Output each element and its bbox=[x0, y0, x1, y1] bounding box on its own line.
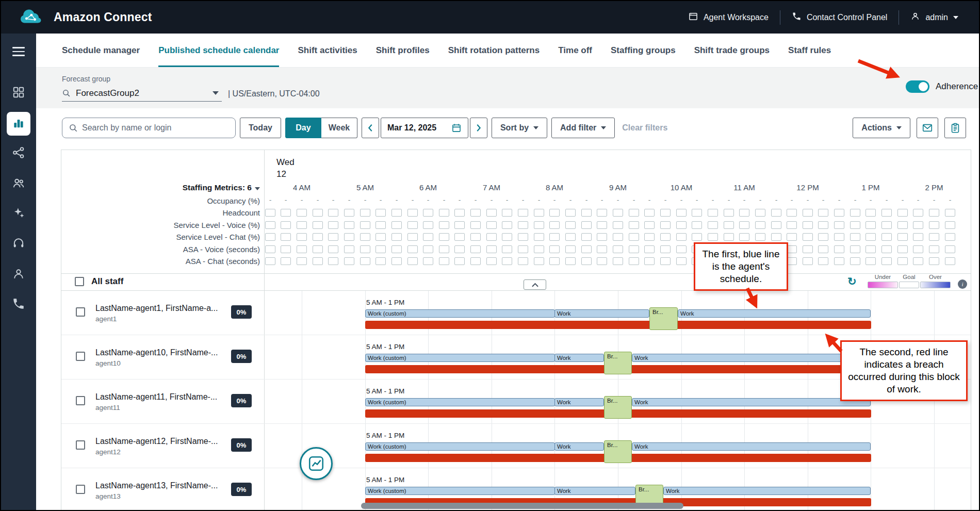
next-day-button[interactable] bbox=[470, 118, 487, 138]
work-segment[interactable]: Work bbox=[554, 442, 604, 451]
work-segment[interactable]: Work (custom) bbox=[365, 487, 555, 495]
actions-dropdown[interactable]: Actions bbox=[853, 118, 910, 138]
schedule-calendar: Wed124 AM5 AM6 AM7 AM8 AM9 AM10 AM11 AM1… bbox=[61, 150, 971, 511]
metric-cell bbox=[897, 233, 908, 241]
sidebar-item-channels[interactable] bbox=[7, 293, 30, 317]
sidebar-item-ai-analytics[interactable] bbox=[7, 202, 30, 226]
work-segment[interactable]: Work (custom) bbox=[365, 309, 555, 318]
break-segment[interactable]: Br... bbox=[649, 307, 678, 330]
forecast-group-select[interactable]: ForecastGroup2 bbox=[62, 85, 222, 102]
collapse-all-button[interactable] bbox=[524, 279, 546, 290]
clipboard-button[interactable] bbox=[944, 118, 966, 138]
refresh-icon[interactable]: ↻ bbox=[847, 276, 859, 288]
tab-shift-trade-groups[interactable]: Shift trade groups bbox=[694, 34, 770, 67]
tab-schedule-manager[interactable]: Schedule manager bbox=[62, 34, 140, 67]
metric-cell bbox=[265, 245, 275, 253]
work-segment[interactable]: Work bbox=[663, 487, 871, 495]
headset-icon bbox=[12, 237, 25, 252]
hour-label: 1 PM bbox=[853, 183, 889, 193]
metric-cell bbox=[454, 233, 465, 241]
agent-row-checkbox[interactable] bbox=[76, 440, 85, 450]
agent-login: agent11 bbox=[95, 404, 228, 413]
inbox-button[interactable] bbox=[917, 118, 938, 138]
work-segment[interactable]: Work (custom) bbox=[365, 442, 555, 451]
staffing-metrics-dropdown[interactable]: Staffing Metrics: 6 bbox=[110, 183, 260, 193]
metric-cell bbox=[834, 209, 844, 217]
previous-day-button[interactable] bbox=[362, 118, 379, 138]
agent-row-checkbox[interactable] bbox=[76, 485, 85, 494]
tab-shift-profiles[interactable]: Shift profiles bbox=[376, 34, 430, 67]
agent-row-checkbox[interactable] bbox=[76, 307, 85, 317]
work-segment[interactable]: Work bbox=[554, 309, 649, 318]
metric-cell bbox=[423, 233, 433, 241]
agent-workspace-button[interactable]: Agent Workspace bbox=[677, 9, 780, 26]
sidebar-item-flows[interactable] bbox=[7, 142, 30, 166]
work-segment[interactable]: Work bbox=[632, 354, 871, 362]
metric-cell bbox=[597, 233, 607, 241]
clear-filters-button[interactable]: Clear filters bbox=[619, 123, 671, 133]
agent-search bbox=[62, 118, 236, 138]
metric-cell-dash: - bbox=[455, 196, 464, 204]
metric-cell-dash: - bbox=[377, 196, 385, 204]
add-filter-dropdown[interactable]: Add filter bbox=[551, 118, 615, 138]
metric-cell bbox=[423, 257, 433, 265]
work-segment[interactable]: Work (custom) bbox=[365, 398, 555, 406]
menu-icon[interactable] bbox=[12, 47, 25, 56]
metric-cell bbox=[375, 209, 386, 217]
work-segment[interactable]: Work bbox=[554, 487, 635, 495]
metric-cell-dash: - bbox=[709, 196, 717, 204]
day-button[interactable]: Day bbox=[285, 118, 321, 138]
line-chart-icon bbox=[307, 455, 325, 472]
metric-cell bbox=[454, 257, 465, 265]
info-icon[interactable]: i bbox=[958, 279, 967, 289]
chevron-right-icon bbox=[476, 123, 482, 133]
tab-staff-rules[interactable]: Staff rules bbox=[788, 34, 831, 67]
work-segment[interactable]: Work bbox=[554, 354, 604, 362]
sidebar-item-users[interactable] bbox=[7, 172, 30, 196]
sidebar-item-user-profile[interactable] bbox=[7, 263, 30, 287]
adherence-toggle[interactable] bbox=[906, 80, 929, 93]
date-picker[interactable]: Mar 12, 2025 bbox=[381, 118, 468, 138]
metric-cell bbox=[724, 233, 734, 241]
tab-published-schedule-calendar[interactable]: Published schedule calendar bbox=[158, 34, 279, 67]
user-icon bbox=[910, 11, 920, 23]
tab-time-off[interactable]: Time off bbox=[558, 34, 592, 67]
metric-cell bbox=[423, 221, 433, 229]
actions-label: Actions bbox=[861, 123, 892, 133]
metric-cell bbox=[486, 245, 497, 253]
break-segment[interactable]: Br... bbox=[604, 396, 632, 419]
breach-bar[interactable] bbox=[365, 321, 871, 329]
hour-label: 4 AM bbox=[284, 183, 320, 193]
work-segment[interactable]: Work (custom) bbox=[365, 354, 555, 362]
search-input[interactable] bbox=[82, 123, 229, 133]
work-segment[interactable]: Work bbox=[678, 309, 871, 318]
tab-staffing-groups[interactable]: Staffing groups bbox=[611, 34, 676, 67]
metric-cell bbox=[265, 233, 275, 241]
metric-cell-dash: - bbox=[424, 196, 432, 204]
work-segment[interactable]: Work bbox=[632, 398, 871, 406]
work-segment[interactable]: Work bbox=[632, 442, 871, 451]
metric-cell bbox=[597, 209, 607, 217]
tab-shift-activities[interactable]: Shift activities bbox=[298, 34, 357, 67]
work-segment[interactable]: Work bbox=[554, 398, 604, 406]
sidebar-item-grid-dashboard[interactable] bbox=[7, 81, 30, 105]
tab-shift-rotation-patterns[interactable]: Shift rotation patterns bbox=[448, 34, 540, 67]
break-segment[interactable]: Br... bbox=[604, 440, 632, 463]
agent-row-checkbox[interactable] bbox=[76, 352, 85, 361]
break-segment[interactable]: Br... bbox=[604, 352, 632, 374]
contact-control-panel-button[interactable]: Contact Control Panel bbox=[780, 9, 899, 26]
today-button[interactable]: Today bbox=[240, 118, 281, 138]
intraday-metrics-float-button[interactable] bbox=[300, 447, 333, 480]
metric-cell-dash: - bbox=[693, 196, 701, 204]
sort-by-dropdown[interactable]: Sort by bbox=[492, 118, 547, 138]
admin-menu-button[interactable]: admin bbox=[899, 9, 970, 26]
metric-cell-dash: - bbox=[582, 196, 591, 204]
agent-row-checkbox[interactable] bbox=[76, 396, 85, 405]
sidebar-item-headset[interactable] bbox=[7, 233, 30, 256]
all-staff-checkbox[interactable] bbox=[75, 277, 84, 286]
horizontal-scrollbar[interactable] bbox=[361, 503, 683, 509]
week-button[interactable]: Week bbox=[321, 118, 357, 138]
metric-cell-dash: - bbox=[756, 196, 764, 204]
sidebar-item-bar-chart-metrics[interactable] bbox=[7, 112, 30, 136]
workspace-icon bbox=[688, 11, 698, 24]
